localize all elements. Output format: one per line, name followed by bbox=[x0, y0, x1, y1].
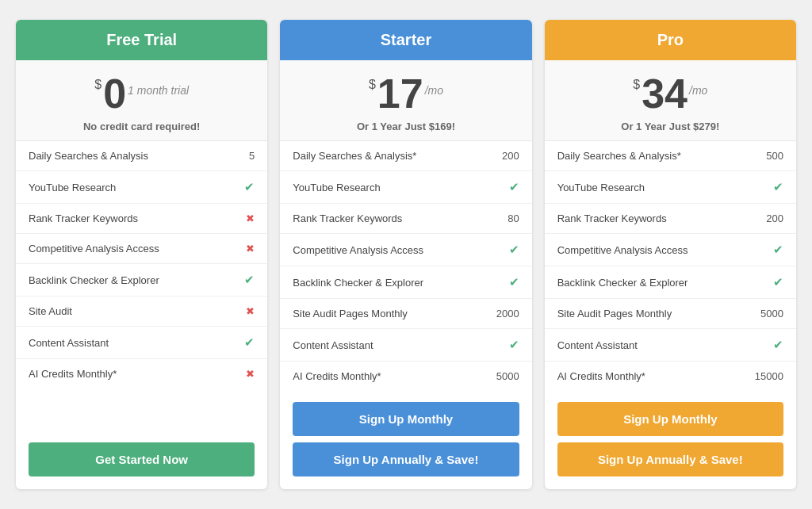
feature-name: Backlink Checker & Explorer bbox=[29, 274, 244, 286]
plan-footer-starter: Sign Up MonthlySign Up Annually & Save! bbox=[280, 391, 531, 489]
feature-value: ✖ bbox=[246, 368, 255, 380]
feature-value: ✔ bbox=[773, 338, 783, 352]
feature-value: ✔ bbox=[773, 180, 783, 194]
feature-row: Rank Tracker Keywords200 bbox=[545, 204, 796, 234]
features-list-starter: Daily Searches & Analysis*200YouTube Res… bbox=[280, 141, 531, 391]
features-list-free: Daily Searches & Analysis5YouTube Resear… bbox=[16, 141, 267, 431]
feature-value: 5 bbox=[249, 150, 255, 162]
cta-button-free-0[interactable]: Get Started Now bbox=[29, 442, 255, 476]
feature-value: ✔ bbox=[244, 273, 255, 287]
plan-header-starter: Starter bbox=[280, 20, 531, 60]
feature-value: ✔ bbox=[773, 243, 783, 257]
feature-row: Competitive Analysis Access✔ bbox=[280, 234, 531, 266]
features-list-pro: Daily Searches & Analysis*500YouTube Res… bbox=[545, 141, 796, 391]
feature-name: YouTube Research bbox=[293, 182, 508, 193]
feature-name: Rank Tracker Keywords bbox=[293, 212, 508, 224]
feature-name: Rank Tracker Keywords bbox=[557, 212, 767, 224]
feature-value: 5000 bbox=[496, 370, 519, 382]
feature-row: Competitive Analysis Access✖ bbox=[16, 234, 267, 264]
feature-row: Rank Tracker Keywords80 bbox=[280, 204, 531, 234]
plan-card-free: Free Trial$01 month trialNo credit card … bbox=[16, 20, 267, 489]
feature-row: Daily Searches & Analysis*500 bbox=[545, 141, 796, 171]
feature-value: ✔ bbox=[773, 275, 783, 289]
feature-value: ✔ bbox=[509, 243, 519, 257]
price-suffix: /mo bbox=[425, 84, 443, 97]
feature-row: Backlink Checker & Explorer✔ bbox=[545, 266, 796, 299]
price-note: Or 1 Year Just $169! bbox=[296, 121, 515, 132]
plan-footer-free: Get Started Now bbox=[16, 431, 267, 489]
feature-name: Competitive Analysis Access bbox=[293, 244, 508, 256]
feature-row: YouTube Research✔ bbox=[545, 171, 796, 204]
price-line-starter: $17/mo bbox=[296, 73, 515, 114]
price-number: 0 bbox=[103, 73, 126, 114]
cta-button-starter-1[interactable]: Sign Up Annually & Save! bbox=[293, 442, 519, 476]
price-note: No credit card required! bbox=[32, 121, 251, 132]
feature-name: Daily Searches & Analysis* bbox=[293, 150, 502, 162]
feature-row: Site Audit Pages Monthly2000 bbox=[280, 299, 531, 329]
plan-header-free: Free Trial bbox=[16, 20, 267, 60]
feature-value: 200 bbox=[502, 150, 519, 162]
feature-name: YouTube Research bbox=[29, 182, 244, 193]
plan-card-starter: Starter$17/moOr 1 Year Just $169!Daily S… bbox=[280, 20, 531, 489]
feature-name: Backlink Checker & Explorer bbox=[293, 277, 508, 289]
feature-row: YouTube Research✔ bbox=[280, 171, 531, 204]
feature-name: Content Assistant bbox=[29, 337, 244, 349]
feature-value: 2000 bbox=[496, 308, 519, 320]
price-dollar-sign: $ bbox=[94, 78, 102, 92]
feature-name: Site Audit bbox=[29, 305, 246, 317]
price-dollar-sign: $ bbox=[369, 78, 376, 92]
cta-button-pro-0[interactable]: Sign Up Monthly bbox=[557, 402, 783, 436]
price-line-pro: $34/mo bbox=[561, 73, 780, 114]
feature-row: Backlink Checker & Explorer✔ bbox=[16, 264, 267, 297]
price-line-free: $01 month trial bbox=[32, 73, 251, 114]
feature-name: Competitive Analysis Access bbox=[557, 244, 773, 256]
feature-row: AI Credits Monthly*15000 bbox=[545, 362, 796, 391]
feature-name: AI Credits Monthly* bbox=[557, 370, 755, 382]
feature-value: 15000 bbox=[755, 370, 783, 382]
plan-footer-pro: Sign Up MonthlySign Up Annually & Save! bbox=[545, 391, 796, 489]
feature-row: AI Credits Monthly*✖ bbox=[16, 359, 267, 388]
feature-row: Daily Searches & Analysis5 bbox=[16, 141, 267, 171]
feature-name: AI Credits Monthly* bbox=[29, 368, 246, 380]
feature-row: Content Assistant✔ bbox=[545, 329, 796, 362]
plan-price-area-pro: $34/moOr 1 Year Just $279! bbox=[545, 60, 796, 141]
feature-name: AI Credits Monthly* bbox=[293, 370, 496, 382]
feature-name: Competitive Analysis Access bbox=[29, 243, 246, 254]
feature-value: 500 bbox=[766, 150, 783, 162]
feature-row: Competitive Analysis Access✔ bbox=[545, 234, 796, 266]
price-suffix: 1 month trial bbox=[128, 84, 189, 97]
feature-row: YouTube Research✔ bbox=[16, 171, 267, 204]
feature-row: AI Credits Monthly*5000 bbox=[280, 362, 531, 391]
price-number: 17 bbox=[377, 73, 423, 114]
feature-value: 5000 bbox=[760, 308, 783, 320]
feature-name: Site Audit Pages Monthly bbox=[293, 308, 496, 320]
feature-value: 200 bbox=[766, 212, 783, 224]
feature-row: Content Assistant✔ bbox=[16, 327, 267, 359]
feature-row: Site Audit✖ bbox=[16, 297, 267, 327]
feature-value: ✔ bbox=[244, 335, 255, 350]
feature-row: Backlink Checker & Explorer✔ bbox=[280, 266, 531, 299]
cta-button-starter-0[interactable]: Sign Up Monthly bbox=[293, 402, 519, 436]
feature-value: 80 bbox=[508, 212, 519, 224]
feature-value: ✖ bbox=[246, 305, 255, 317]
feature-value: ✖ bbox=[246, 212, 255, 224]
feature-row: Site Audit Pages Monthly5000 bbox=[545, 299, 796, 329]
plan-price-area-free: $01 month trialNo credit card required! bbox=[16, 60, 267, 141]
feature-value: ✔ bbox=[509, 275, 519, 289]
feature-name: Site Audit Pages Monthly bbox=[557, 308, 760, 320]
feature-name: Daily Searches & Analysis* bbox=[557, 150, 767, 162]
feature-row: Daily Searches & Analysis*200 bbox=[280, 141, 531, 171]
feature-value: ✔ bbox=[509, 338, 519, 352]
price-suffix: /mo bbox=[689, 84, 707, 97]
feature-row: Rank Tracker Keywords✖ bbox=[16, 204, 267, 234]
plan-card-pro: Pro$34/moOr 1 Year Just $279!Daily Searc… bbox=[545, 20, 796, 489]
feature-value: ✔ bbox=[509, 180, 519, 194]
plan-price-area-starter: $17/moOr 1 Year Just $169! bbox=[280, 60, 531, 141]
feature-name: YouTube Research bbox=[557, 182, 773, 193]
feature-value: ✔ bbox=[244, 180, 255, 194]
cta-button-pro-1[interactable]: Sign Up Annually & Save! bbox=[557, 442, 783, 476]
feature-name: Backlink Checker & Explorer bbox=[557, 277, 773, 289]
feature-name: Content Assistant bbox=[293, 339, 508, 351]
plan-header-pro: Pro bbox=[545, 20, 796, 60]
feature-row: Content Assistant✔ bbox=[280, 329, 531, 362]
